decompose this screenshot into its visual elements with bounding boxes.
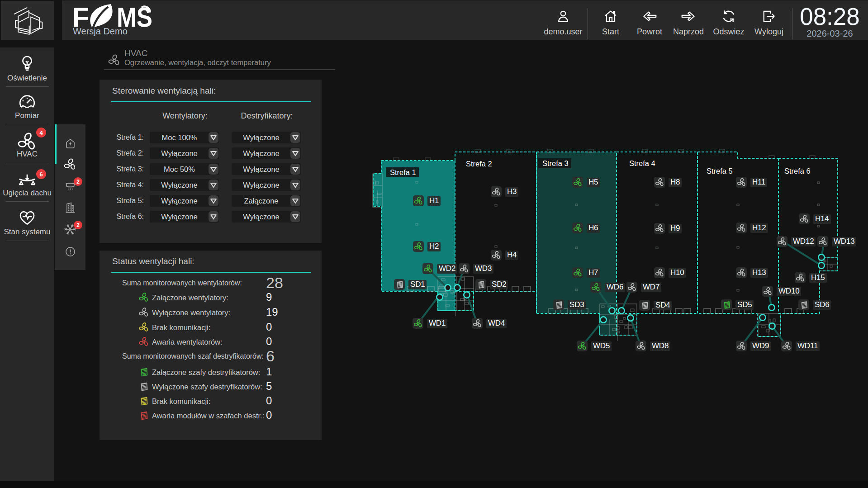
svg-text:Strefa 1: Strefa 1 xyxy=(390,168,416,176)
svg-text:Strefa 4: Strefa 4 xyxy=(629,159,655,167)
svg-text:Strefa 5: Strefa 5 xyxy=(707,167,733,175)
svg-text:Strefa 6: Strefa 6 xyxy=(784,167,811,175)
svg-text:Strefa 3: Strefa 3 xyxy=(542,159,569,167)
svg-text:Strefa 2: Strefa 2 xyxy=(466,160,492,168)
